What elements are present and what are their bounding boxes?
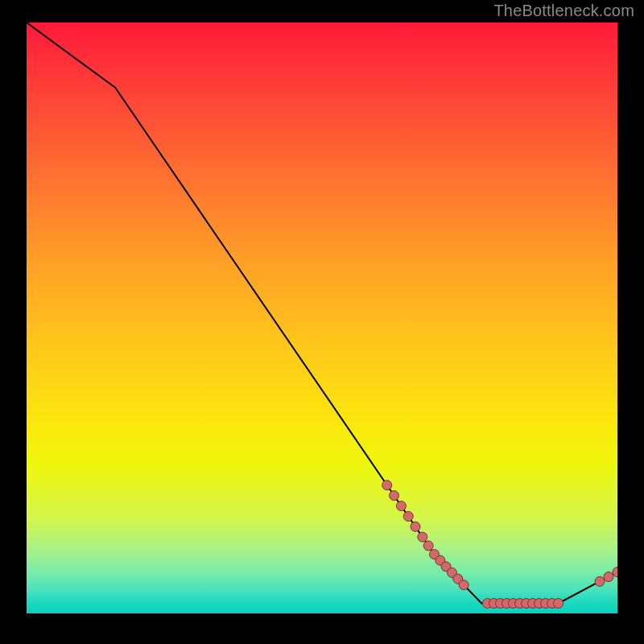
attribution-label: TheBottleneck.com (493, 2, 634, 20)
data-marker (403, 511, 413, 521)
data-marker (411, 522, 420, 531)
plot-area (27, 23, 617, 613)
data-marker (418, 532, 427, 542)
data-marker (459, 580, 469, 590)
data-marker (390, 491, 399, 501)
data-markers (382, 481, 617, 609)
data-marker (382, 481, 392, 490)
data-marker (554, 599, 564, 609)
data-line (27, 23, 617, 604)
data-marker (595, 576, 605, 586)
data-marker (396, 502, 406, 511)
data-marker (423, 541, 433, 551)
chart-container: TheBottleneck.com (0, 0, 644, 644)
chart-svg (27, 23, 617, 613)
data-marker (604, 572, 613, 582)
